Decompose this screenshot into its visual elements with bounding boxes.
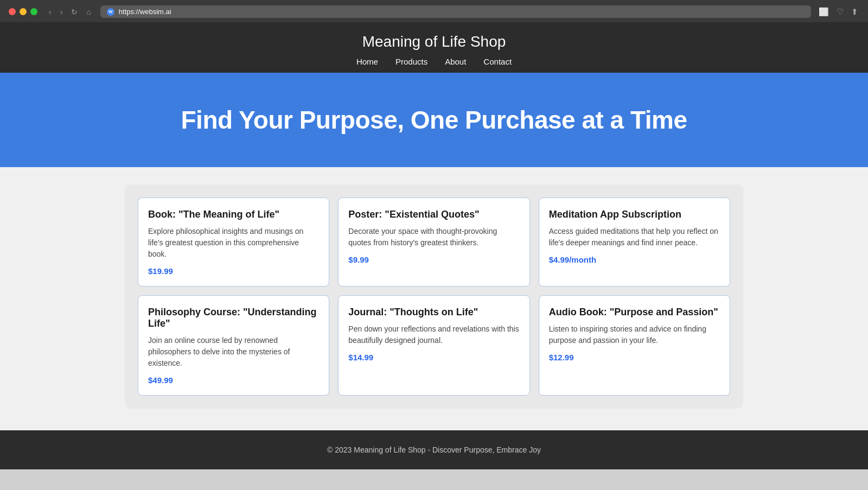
nav-contact[interactable]: Contact [483, 57, 512, 66]
product-name: Poster: "Existential Quotes" [348, 209, 519, 220]
reload-button[interactable]: ↻ [68, 7, 80, 17]
favorites-button[interactable]: ♡ [835, 6, 845, 18]
product-card[interactable]: Book: "The Meaning of Life"Explore philo… [138, 198, 329, 287]
forward-button[interactable]: › [58, 7, 66, 17]
product-description: Explore philosophical insights and musin… [148, 226, 319, 260]
nav-home[interactable]: Home [356, 57, 378, 66]
site-footer: © 2023 Meaning of Life Shop - Discover P… [0, 430, 868, 469]
products-section: Book: "The Meaning of Life"Explore philo… [0, 167, 868, 430]
favicon: W [107, 8, 114, 16]
address-bar[interactable]: W https://websim.ai [100, 5, 811, 18]
nav-products[interactable]: Products [395, 57, 427, 66]
product-description: Decorate your space with thought-provoki… [348, 226, 519, 249]
share-button[interactable]: ⬆ [850, 6, 859, 18]
close-button[interactable] [9, 8, 16, 15]
traffic-lights [9, 8, 37, 15]
url-text: https://websim.ai [119, 8, 171, 16]
product-card[interactable]: Audio Book: "Purpose and Passion"Listen … [539, 295, 730, 396]
hero-title: Find Your Purpose, One Purchase at a Tim… [11, 105, 857, 135]
products-grid: Book: "The Meaning of Life"Explore philo… [138, 198, 730, 396]
footer-text: © 2023 Meaning of Life Shop - Discover P… [11, 446, 857, 454]
product-description: Listen to inspiring stories and advice o… [549, 323, 720, 346]
browser-chrome: ‹ › ↻ ⌂ W https://websim.ai ⬜ ♡ ⬆ [0, 0, 868, 22]
product-card[interactable]: Poster: "Existential Quotes"Decorate you… [338, 198, 529, 287]
bottom-area [0, 469, 868, 490]
product-name: Philosophy Course: "Understanding Life" [148, 307, 319, 329]
product-price: $14.99 [348, 353, 373, 362]
product-price: $12.99 [549, 353, 574, 362]
bookmark-button[interactable]: ⬜ [818, 6, 830, 18]
site-title: Meaning of Life Shop [0, 33, 868, 50]
minimize-button[interactable] [20, 8, 27, 15]
nav-about[interactable]: About [445, 57, 466, 66]
home-button[interactable]: ⌂ [84, 7, 93, 17]
product-description: Pen down your reflections and revelation… [348, 323, 519, 346]
product-price: $4.99/month [549, 255, 597, 264]
product-price: $19.99 [148, 266, 173, 276]
back-button[interactable]: ‹ [46, 7, 54, 17]
product-name: Book: "The Meaning of Life" [148, 209, 319, 220]
site-nav: Home Products About Contact [0, 57, 868, 66]
product-description: Access guided meditations that help you … [549, 226, 720, 249]
product-card[interactable]: Meditation App SubscriptionAccess guided… [539, 198, 730, 287]
product-name: Audio Book: "Purpose and Passion" [549, 307, 720, 318]
products-container: Book: "The Meaning of Life"Explore philo… [125, 184, 743, 409]
product-price: $49.99 [148, 376, 173, 385]
site-header: Meaning of Life Shop Home Products About… [0, 22, 868, 73]
product-card[interactable]: Journal: "Thoughts on Life"Pen down your… [338, 295, 529, 396]
website-content: Meaning of Life Shop Home Products About… [0, 22, 868, 469]
product-name: Journal: "Thoughts on Life" [348, 307, 519, 318]
product-description: Join an online course led by renowned ph… [148, 335, 319, 369]
nav-buttons: ‹ › ↻ ⌂ [46, 7, 94, 17]
hero-section: Find Your Purpose, One Purchase at a Tim… [0, 73, 868, 167]
browser-actions: ⬜ ♡ ⬆ [818, 6, 859, 18]
product-name: Meditation App Subscription [549, 209, 720, 220]
product-card[interactable]: Philosophy Course: "Understanding Life"J… [138, 295, 329, 396]
maximize-button[interactable] [30, 8, 37, 15]
product-price: $9.99 [348, 255, 369, 264]
